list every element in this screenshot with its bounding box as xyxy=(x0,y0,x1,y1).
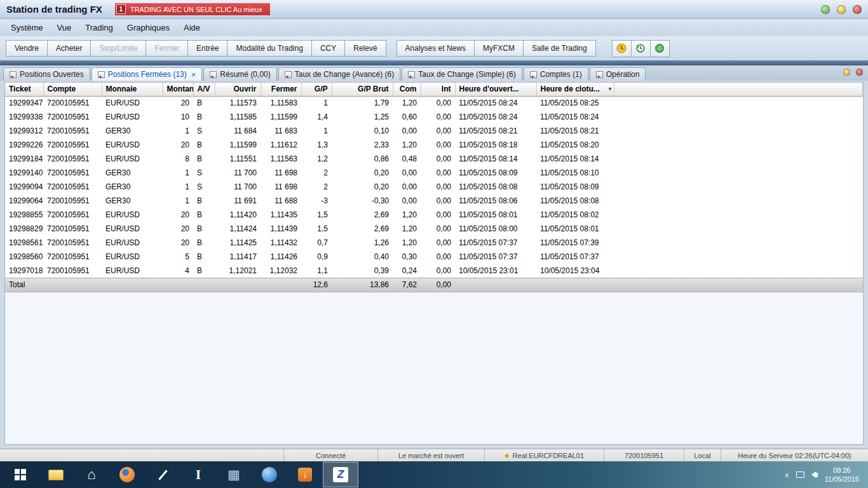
column-header[interactable]: Int xyxy=(421,83,455,96)
start-icon[interactable] xyxy=(3,462,38,487)
tray-display-icon[interactable] xyxy=(796,471,804,478)
toolbar-button[interactable]: MyFXCM xyxy=(474,40,524,57)
menu-item[interactable]: Aide xyxy=(177,21,207,34)
column-header[interactable]: Montant xyxy=(163,83,193,96)
file-explorer-icon[interactable] xyxy=(38,462,74,487)
firefox-icon[interactable] xyxy=(109,462,145,487)
cell: 1,11426 xyxy=(261,250,301,264)
table-row[interactable]: 192992267200105951EUR/USD20B1,115991,116… xyxy=(5,138,863,152)
cell: 1,11612 xyxy=(261,138,301,152)
toolbar-button: Stop/Limite xyxy=(90,40,146,57)
taskbar-clock[interactable]: 08:26 11/05/2015 xyxy=(825,466,859,484)
table-row[interactable]: 192990647200105951GER301B11 69111 688-3-… xyxy=(5,194,863,208)
cell: 1,26 xyxy=(332,236,393,250)
browser-icon[interactable] xyxy=(252,462,287,487)
table-row[interactable]: 192993127200105951GER301S11 68411 68310,… xyxy=(5,124,863,138)
cell: 7200105951 xyxy=(43,152,102,166)
column-header[interactable]: A/V xyxy=(193,83,215,96)
table-row[interactable]: 192990947200105951GER301S11 70011 69820,… xyxy=(5,180,863,194)
menu-item[interactable]: Trading xyxy=(78,21,120,34)
history-icon xyxy=(635,43,646,53)
window-close-button[interactable] xyxy=(853,5,862,14)
toolbar-button[interactable]: Modalité du Trading xyxy=(227,40,311,57)
cell: GER30 xyxy=(102,166,163,180)
cell: 19299347 xyxy=(5,96,43,110)
cell: 0,00 xyxy=(421,138,455,152)
cell: 0,30 xyxy=(393,250,421,264)
cell: GER30 xyxy=(102,194,163,208)
window-minimize-button[interactable] xyxy=(821,5,830,14)
column-header[interactable]: Ticket xyxy=(5,83,43,96)
table-row[interactable]: 192991847200105951EUR/USD8B1,115511,1156… xyxy=(5,152,863,166)
tray-volume-icon[interactable] xyxy=(811,471,818,478)
panel-restore-button[interactable] xyxy=(843,69,850,76)
cell: 0,00 xyxy=(421,222,455,236)
window-restore-button[interactable] xyxy=(837,5,846,14)
menu-item[interactable]: Vue xyxy=(50,21,79,34)
column-header[interactable]: Fermer xyxy=(261,83,301,96)
cell: 11/05/2015 08:00 xyxy=(455,222,536,236)
libraries-icon[interactable] xyxy=(74,462,109,487)
cell: 0,00 xyxy=(421,236,455,250)
history-tool-button[interactable] xyxy=(631,40,651,57)
trading-station-icon[interactable] xyxy=(323,462,358,487)
tab[interactable]: Résumé (0,00) xyxy=(203,67,276,81)
column-header[interactable]: G/P xyxy=(301,83,332,96)
cell: 0,20 xyxy=(332,180,393,194)
cell: 7200105951 xyxy=(43,96,102,110)
toolbar-button[interactable]: Entrée xyxy=(187,40,227,57)
menu-item[interactable]: Système xyxy=(4,21,50,34)
column-header[interactable]: Heure de clotu...▾ xyxy=(536,83,614,96)
market-hours-tool-button[interactable] xyxy=(650,40,670,57)
table-row[interactable]: 192988297200105951EUR/USD20B1,114241,114… xyxy=(5,222,863,236)
downloads-icon[interactable] xyxy=(287,462,323,487)
toolbar-button[interactable]: Salle de Trading xyxy=(523,40,596,57)
table-row[interactable]: 192993387200105951EUR/USD10B1,115851,115… xyxy=(5,110,863,124)
column-header[interactable]: Monnaie xyxy=(102,83,163,96)
cell: 2 xyxy=(301,166,332,180)
calculator-icon[interactable] xyxy=(216,462,252,487)
cell: -3 xyxy=(301,194,332,208)
table-row[interactable]: 192985617200105951EUR/USD20B1,114251,114… xyxy=(5,236,863,250)
clock-tool-button[interactable] xyxy=(612,40,632,57)
column-header[interactable]: Com xyxy=(393,83,421,96)
column-header[interactable]: Ouvrir xyxy=(215,83,261,96)
notes-icon[interactable] xyxy=(145,462,180,487)
tab[interactable]: Comptes (1) xyxy=(524,67,588,81)
taskbar: ∧ 08:26 11/05/2015 xyxy=(0,461,868,488)
column-header[interactable]: Compte xyxy=(43,83,102,96)
panel-close-button[interactable] xyxy=(856,69,863,76)
table-row[interactable]: 192991407200105951GER301S11 70011 69820,… xyxy=(5,166,863,180)
tab-close-icon[interactable]: × xyxy=(191,71,196,78)
window-divider xyxy=(0,60,868,65)
table-row[interactable]: 192988557200105951EUR/USD20B1,114201,114… xyxy=(5,208,863,222)
tray-expand-icon[interactable]: ∧ xyxy=(784,471,789,478)
tab[interactable]: Opération xyxy=(590,67,646,81)
tab[interactable]: Positions Fermées (13)× xyxy=(92,67,203,81)
toolbar-button[interactable]: Relevé xyxy=(344,40,386,57)
cell: 7200105951 xyxy=(43,222,102,236)
tab[interactable]: Positions Ouvertes xyxy=(3,67,90,81)
cell-filler xyxy=(614,138,863,152)
cell-filler xyxy=(614,110,863,124)
menu-item[interactable]: Graphiques xyxy=(120,21,177,34)
cell: 11/05/2015 08:09 xyxy=(536,180,614,194)
one-click-trading-banner[interactable]: 1 TRADING AVEC UN SEUL CLIC Au mieux xyxy=(115,3,270,15)
tab-icon xyxy=(285,71,292,78)
cell: 11/05/2015 07:37 xyxy=(455,250,536,264)
toolbar-button[interactable]: Acheter xyxy=(47,40,91,57)
table-row[interactable]: 192993477200105951EUR/USD20B1,115731,115… xyxy=(5,96,863,110)
tab[interactable]: Taux de Change (Avancé) (6) xyxy=(278,67,401,81)
text-app-icon[interactable] xyxy=(180,462,216,487)
table-row[interactable]: 192970187200105951EUR/USD4B1,120211,1203… xyxy=(5,264,863,278)
tab-icon xyxy=(408,71,415,78)
column-header[interactable]: Heure d'ouvert... xyxy=(455,83,536,96)
cell: 7200105951 xyxy=(43,138,102,152)
cell: 19298855 xyxy=(5,208,43,222)
toolbar-button[interactable]: Vendre xyxy=(6,40,48,57)
table-row[interactable]: 192985607200105951EUR/USD5B1,114171,1142… xyxy=(5,250,863,264)
tab[interactable]: Taux de Change (Simple) (6) xyxy=(402,67,522,81)
toolbar-button[interactable]: Analyses et News xyxy=(397,40,475,57)
toolbar-button[interactable]: CCY xyxy=(311,40,345,57)
column-header[interactable]: G/P Brut xyxy=(332,83,393,96)
